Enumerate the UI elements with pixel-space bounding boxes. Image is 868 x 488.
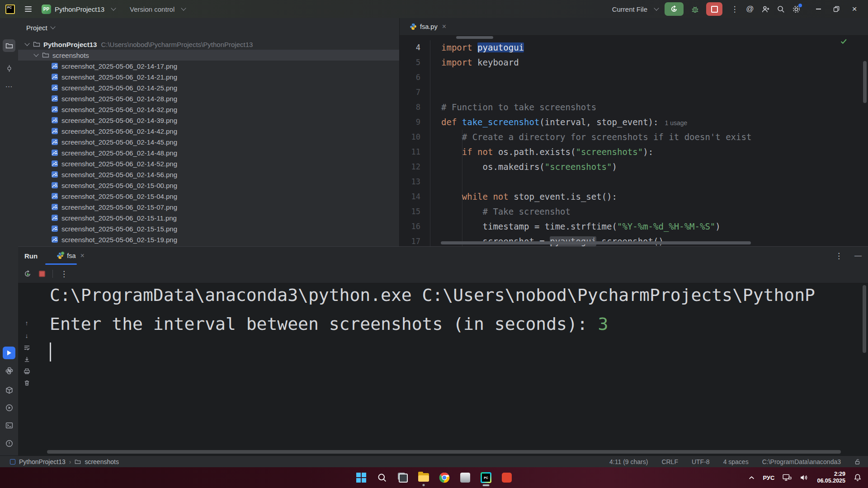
tree-file-item[interactable]: screenshot_2025-05-06_02-14-25.png — [18, 82, 399, 93]
close-tab-icon[interactable]: × — [442, 23, 446, 31]
code-with-me-button[interactable] — [758, 2, 773, 16]
inspections-ok-icon[interactable] — [840, 38, 847, 46]
notifications-bell-icon[interactable] — [854, 474, 862, 482]
start-button[interactable] — [355, 472, 367, 483]
code-line[interactable]: 4import pyautogui — [400, 40, 868, 55]
tree-file-item[interactable]: screenshot_2025-05-06_02-14-48.png — [18, 147, 399, 158]
task-view-button[interactable] — [397, 472, 409, 483]
tree-file-item[interactable]: screenshot_2025-05-06_02-14-17.png — [18, 61, 399, 71]
rerun-console-button[interactable] — [24, 270, 32, 278]
sidebar-item-problems[interactable] — [3, 437, 15, 450]
console-vertical-scrollbar[interactable] — [863, 285, 866, 353]
code-line[interactable]: 12 os.makedirs("screenshots") — [400, 160, 868, 174]
unlocked-icon[interactable] — [854, 459, 861, 465]
sidebar-item-terminal[interactable] — [3, 419, 15, 432]
search-everywhere-button[interactable] — [773, 2, 788, 16]
stop-console-button[interactable] — [39, 271, 45, 277]
rerun-button[interactable] — [665, 2, 684, 16]
main-menu-icon[interactable] — [23, 5, 33, 13]
code-line[interactable]: 9def take_screenshot(interval, stop_even… — [400, 115, 868, 130]
file-explorer-button[interactable] — [418, 472, 429, 483]
run-console-output[interactable]: C:\ProgramData\anaconda3\python.exe C:\U… — [50, 281, 863, 448]
tray-expand-icon[interactable] — [749, 476, 755, 480]
sidebar-item-services[interactable] — [3, 401, 15, 414]
tree-file-item[interactable]: screenshot_2025-05-06_02-14-52.png — [18, 158, 399, 169]
close-tab-icon[interactable]: × — [80, 252, 85, 260]
code-line[interactable]: 10 # Create a directory for screenshots … — [400, 130, 868, 145]
sidebar-item-project[interactable] — [3, 39, 15, 52]
sidebar-item-packages[interactable] — [3, 384, 15, 396]
run-tab-fsa[interactable]: fsa × — [53, 247, 88, 265]
indent-widget[interactable]: 4 spaces — [723, 458, 749, 465]
ai-assistant-button[interactable]: @ — [742, 2, 758, 16]
red-app-button[interactable] — [501, 472, 513, 483]
sidebar-item-python-console[interactable] — [3, 364, 15, 377]
print-button[interactable] — [23, 367, 31, 375]
soft-wrap-button[interactable] — [23, 343, 31, 352]
line-ending-widget[interactable]: CRLF — [661, 458, 678, 465]
tree-file-item[interactable]: screenshot_2025-05-06_02-14-32.png — [18, 104, 399, 115]
tree-file-item[interactable]: screenshot_2025-05-06_02-14-45.png — [18, 136, 399, 147]
volume-icon[interactable] — [800, 474, 809, 481]
tree-file-item[interactable]: screenshot_2025-05-06_02-14-39.png — [18, 115, 399, 126]
run-panel-options-button[interactable]: ⋮ — [835, 251, 843, 261]
language-indicator[interactable]: РУС — [763, 474, 774, 481]
taskbar-search-button[interactable] — [376, 472, 388, 483]
encoding-widget[interactable]: UTF-8 — [692, 458, 710, 465]
code-line[interactable]: 14 while not stop_event.is_set(): — [400, 189, 868, 204]
code-line[interactable]: 16 timestamp = time.strftime("%Y-%m-%d_%… — [400, 219, 868, 234]
tree-file-item[interactable]: screenshot_2025-05-06_02-15-11.png — [18, 212, 399, 223]
code-editor[interactable]: 4import pyautogui5import keyboard678# Fu… — [400, 40, 868, 246]
sidebar-item-run[interactable] — [3, 347, 15, 359]
tree-file-item[interactable]: screenshot_2025-05-06_02-14-28.png — [18, 93, 399, 104]
tree-file-item[interactable]: screenshot_2025-05-06_02-15-04.png — [18, 191, 399, 202]
pycharm-taskbar-button[interactable]: PC — [480, 472, 492, 483]
minimize-window-button[interactable] — [809, 2, 827, 16]
sidebar-item-commit[interactable] — [3, 62, 15, 75]
close-window-button[interactable]: × — [845, 2, 863, 16]
up-stack-trace-button[interactable]: ↑ — [23, 319, 31, 327]
network-icon[interactable] — [783, 474, 792, 481]
run-config-selector[interactable]: Current File — [612, 5, 658, 13]
editor-horizontal-scrollbar[interactable] — [441, 241, 751, 244]
code-line[interactable]: 11 if not os.path.exists("screenshots"): — [400, 145, 868, 160]
tree-file-item[interactable]: screenshot_2025-05-06_02-15-07.png — [18, 202, 399, 212]
tree-root-item[interactable]: PythonProject13 C:\Users\nobod\PycharmPr… — [18, 39, 399, 50]
scroll-to-end-button[interactable] — [23, 355, 31, 363]
tree-file-item[interactable]: screenshot_2025-05-06_02-14-42.png — [18, 126, 399, 136]
chrome-button[interactable] — [439, 472, 450, 483]
caret-position-widget[interactable]: 4:11 (9 chars) — [609, 458, 648, 465]
clear-console-button[interactable] — [23, 379, 31, 387]
code-line[interactable]: 15 # Take screenshot — [400, 204, 868, 219]
project-panel-header[interactable]: Project — [18, 18, 399, 37]
editor-vertical-scrollbar[interactable] — [863, 61, 867, 103]
code-line[interactable]: 13 — [400, 174, 868, 189]
tree-file-item[interactable]: screenshot_2025-05-06_02-14-56.png — [18, 169, 399, 180]
editor-tab-fsa[interactable]: fsa.py × — [405, 18, 451, 35]
settings-button[interactable] — [788, 2, 804, 16]
taskbar-clock[interactable]: 2:29 06.05.2025 — [817, 471, 845, 484]
tree-file-item[interactable]: screenshot_2025-05-06_02-15-00.png — [18, 180, 399, 191]
tree-file-item[interactable]: screenshot_2025-05-06_02-15-15.png — [18, 223, 399, 234]
tree-folder-item-screenshots[interactable]: screenshots — [18, 50, 399, 61]
code-line[interactable]: 7 — [400, 85, 868, 100]
breadcrumb-folder[interactable]: screenshots — [85, 458, 118, 465]
more-actions-button[interactable]: ⋮ — [727, 2, 742, 16]
code-line[interactable]: 5import keyboard — [400, 55, 868, 70]
code-line[interactable]: 8# Function to take screenshots — [400, 100, 868, 115]
stop-button[interactable] — [706, 2, 722, 16]
console-horizontal-scrollbar[interactable] — [47, 450, 841, 454]
sidebar-item-more-tools[interactable]: ⋯ — [3, 80, 15, 93]
restore-window-button[interactable] — [827, 2, 845, 16]
debug-button[interactable] — [687, 2, 703, 16]
project-widget[interactable]: PP PythonProject13 — [42, 5, 115, 14]
tree-file-item[interactable]: screenshot_2025-05-06_02-14-21.png — [18, 71, 399, 82]
app-window-button[interactable] — [459, 472, 471, 483]
interpreter-widget[interactable]: C:\ProgramData\anaconda3 — [762, 458, 841, 465]
down-stack-trace-button[interactable]: ↓ — [23, 332, 31, 340]
breadcrumb-project[interactable]: PythonProject13 — [19, 458, 66, 465]
tree-file-item[interactable]: screenshot_2025-05-06_02-15-19.png — [18, 234, 399, 245]
code-line[interactable]: 6 — [400, 70, 868, 85]
console-more-button[interactable]: ⋮ — [60, 269, 68, 279]
vcs-widget[interactable]: Version control — [130, 5, 185, 13]
